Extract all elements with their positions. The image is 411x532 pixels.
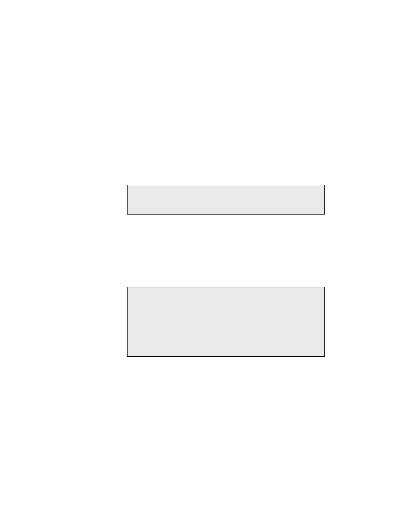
rectangle-small — [127, 185, 325, 215]
rectangle-large — [127, 287, 325, 357]
